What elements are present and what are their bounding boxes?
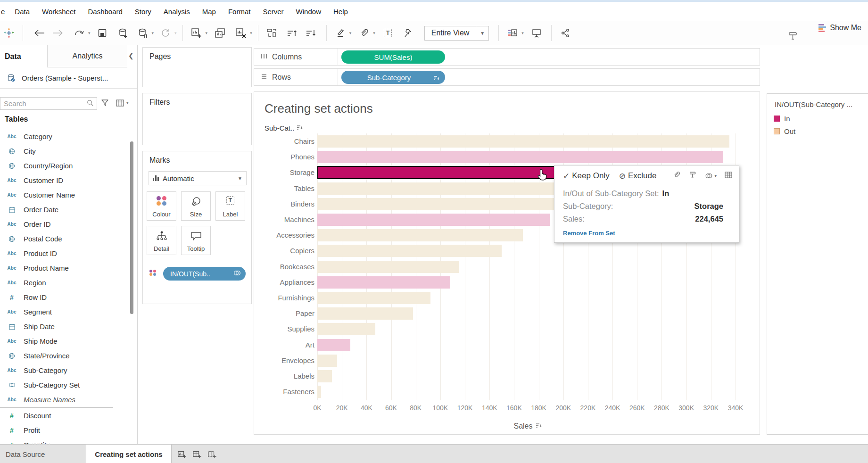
show-hide-cards-button[interactable] — [505, 25, 520, 41]
legend-item-out[interactable]: Out — [774, 127, 795, 135]
row-label-copiers[interactable]: Copiers — [254, 245, 314, 257]
menu-item-map[interactable]: Map — [196, 8, 222, 16]
row-label-fasteners[interactable]: Fasteners — [254, 386, 314, 398]
presentation-mode-button[interactable] — [529, 25, 544, 41]
menu-item-window[interactable]: Window — [290, 8, 327, 16]
group-members-button[interactable] — [357, 25, 371, 41]
field-state-province[interactable]: State/Province — [0, 348, 134, 363]
rows-shelf[interactable]: Rows Sub-Category — [254, 68, 760, 86]
pages-shelf[interactable]: Pages — [142, 47, 252, 87]
bar-chairs[interactable] — [317, 135, 729, 148]
field-customer-name[interactable]: AbcCustomer Name — [0, 188, 134, 202]
bar-paper[interactable] — [317, 307, 413, 320]
row-field-header[interactable]: Sub-Cat.. — [265, 124, 303, 132]
field-category[interactable]: AbcCategory — [0, 129, 134, 144]
menu-item-server[interactable]: Server — [256, 8, 289, 16]
search-icon[interactable] — [87, 99, 94, 108]
mark-type-caret[interactable]: ▼ — [238, 176, 242, 181]
field-product-name[interactable]: AbcProduct Name — [0, 261, 134, 275]
field-segment[interactable]: AbcSegment — [0, 305, 134, 319]
size-button[interactable]: Size — [181, 191, 211, 221]
keep-only-button[interactable]: ✓ Keep Only — [563, 171, 610, 181]
menu-item-e[interactable]: e — [0, 8, 8, 16]
row-label-furnishings[interactable]: Furnishings — [254, 292, 314, 304]
field-order-date[interactable]: Order Date — [0, 202, 134, 217]
view-mode-caret[interactable]: ▼ — [476, 26, 488, 40]
row-label-machines[interactable]: Machines — [254, 214, 314, 226]
bar-phones[interactable] — [317, 151, 723, 163]
bar-tables[interactable] — [317, 182, 573, 195]
clear-sheet-caret[interactable]: ▾ — [250, 31, 252, 35]
field-sub-category-set[interactable]: Sub-Category Set — [0, 378, 134, 392]
clear-sheet-button[interactable] — [234, 25, 248, 41]
axis-sort-icon[interactable] — [536, 422, 542, 430]
worksheet-tooltip-icon[interactable] — [786, 27, 800, 44]
exclude-button[interactable]: ⊘ Exclude — [619, 171, 657, 181]
bar-supplies[interactable] — [317, 323, 375, 335]
pill-sum-sales[interactable]: SUM(Sales) — [341, 50, 445, 64]
data-pane-scrollbar[interactable] — [130, 141, 133, 314]
filter-fields-icon[interactable] — [101, 99, 109, 108]
pause-updates-button[interactable] — [136, 25, 150, 41]
label-button[interactable]: T Label — [215, 191, 245, 221]
tab-data[interactable]: Data — [0, 45, 47, 68]
save-button[interactable] — [95, 25, 109, 41]
row-label-bookcases[interactable]: Bookcases — [254, 261, 314, 273]
row-label-labels[interactable]: Labels — [254, 370, 314, 382]
menu-item-dashboard[interactable]: Dashboard — [82, 8, 128, 16]
colour-button[interactable]: Colour — [147, 191, 176, 221]
row-label-chairs[interactable]: Chairs — [254, 135, 314, 148]
field-profit[interactable]: #Profit — [0, 423, 134, 438]
view-data-icon[interactable] — [725, 171, 732, 181]
field-discount[interactable]: #Discount — [0, 408, 134, 423]
menu-item-help[interactable]: Help — [327, 8, 354, 16]
new-worksheet-button[interactable] — [190, 25, 204, 41]
view-fields-grid-icon[interactable] — [116, 99, 124, 108]
row-label-tables[interactable]: Tables — [254, 182, 314, 195]
show-hide-cards-caret[interactable]: ▾ — [521, 31, 524, 35]
bar-labels[interactable] — [317, 370, 332, 382]
field-city[interactable]: City — [0, 144, 134, 158]
mark-type-dropdown[interactable]: Automatic ▼ — [149, 171, 247, 185]
tooltip-signpost-icon[interactable] — [688, 171, 697, 181]
field-sub-category[interactable]: AbcSub-Category — [0, 363, 134, 378]
new-worksheet-tab-button[interactable] — [176, 449, 188, 459]
tab-creating-set-actions[interactable]: Creating set actions — [86, 445, 172, 463]
field-quantity[interactable]: #Quantity — [0, 438, 134, 444]
remove-from-set-link[interactable]: Remove From Set — [563, 230, 615, 237]
menu-item-analysis[interactable]: Analysis — [157, 8, 196, 16]
duplicate-sheet-button[interactable] — [213, 25, 227, 41]
row-label-phones[interactable]: Phones — [254, 151, 314, 163]
field-ship-mode[interactable]: AbcShip Mode — [0, 334, 134, 348]
redo-button[interactable] — [50, 25, 65, 41]
field-product-id[interactable]: AbcProduct ID — [0, 246, 134, 261]
tooltip-button[interactable]: Tooltip — [181, 226, 211, 255]
columns-shelf[interactable]: Columns SUM(Sales) — [254, 48, 760, 66]
row-label-art[interactable]: Art — [254, 339, 314, 351]
menu-item-worksheet[interactable]: Worksheet — [36, 8, 82, 16]
tab-analytics[interactable]: Analytics — [47, 45, 127, 67]
detail-button[interactable]: Detail — [147, 226, 176, 255]
datasource-item[interactable]: Orders (Sample - Superst... — [0, 68, 138, 89]
colour-pill-inout[interactable]: IN/OUT(Sub.. — [163, 267, 246, 281]
field-country-region[interactable]: Country/Region — [0, 158, 134, 173]
filters-shelf[interactable]: Filters — [142, 93, 252, 145]
undo-button[interactable] — [33, 25, 47, 41]
header-sort-icon[interactable] — [297, 124, 303, 132]
pill-sub-category[interactable]: Sub-Category — [341, 71, 445, 84]
pause-updates-caret[interactable]: ▾ — [152, 31, 154, 35]
field-order-id[interactable]: AbcOrder ID — [0, 217, 134, 232]
new-datasource-button[interactable] — [116, 25, 130, 41]
menu-item-format[interactable]: Format — [222, 8, 257, 16]
swap-rows-columns-button[interactable] — [265, 25, 279, 41]
bar-copiers[interactable] — [317, 245, 502, 257]
row-label-accessories[interactable]: Accessories — [254, 229, 314, 241]
bar-appliances[interactable] — [317, 276, 450, 289]
fix-axes-button[interactable] — [401, 25, 415, 41]
row-label-paper[interactable]: Paper — [254, 307, 314, 320]
row-label-appliances[interactable]: Appliances — [254, 276, 314, 289]
new-worksheet-caret[interactable]: ▾ — [206, 31, 208, 35]
bar-fasteners[interactable] — [317, 386, 321, 398]
refresh-caret[interactable]: ▾ — [174, 31, 177, 35]
highlight-caret[interactable]: ▾ — [349, 31, 352, 35]
